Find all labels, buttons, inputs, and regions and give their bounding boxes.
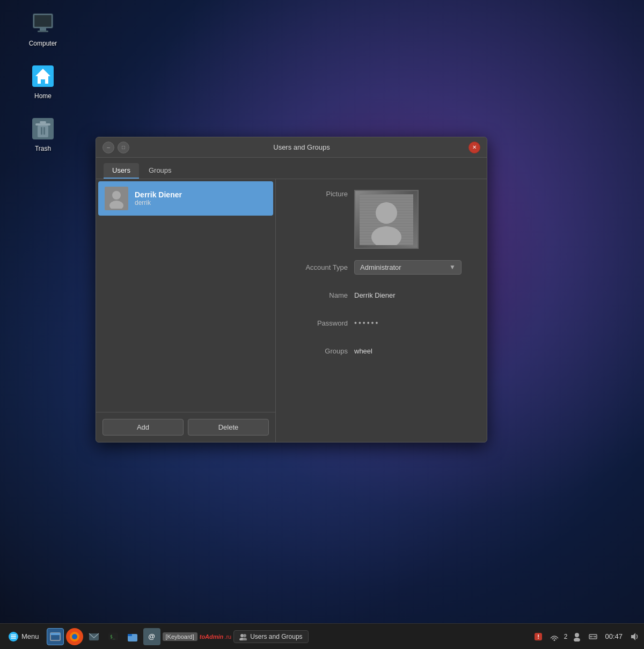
taskbar-menu-button[interactable]: Menu	[3, 630, 45, 644]
menu-icon	[9, 632, 18, 641]
name-label: Name	[289, 291, 348, 299]
account-type-dropdown[interactable]: Administrator ▼	[354, 260, 462, 275]
password-row: Password ••••••	[289, 313, 474, 333]
svg-point-43	[590, 636, 592, 637]
svg-rect-8	[35, 123, 50, 126]
tray-clock[interactable]: 00:47	[603, 632, 625, 640]
svg-rect-21	[11, 636, 16, 637]
svg-marker-45	[631, 633, 635, 640]
user-info: Derrik Diener derrik	[135, 190, 182, 206]
svg-text:!: !	[537, 633, 539, 640]
password-label: Password	[289, 319, 348, 327]
user-actions: Add Delete	[96, 412, 275, 442]
add-user-button[interactable]: Add	[103, 419, 184, 436]
taskbar-calendar-icon[interactable]: @	[143, 628, 160, 645]
trash-icon-label: Trash	[35, 145, 51, 152]
window-controls: ✕	[469, 142, 480, 153]
taskbar-firefox-icon[interactable]	[66, 628, 83, 645]
tab-bar: Users Groups	[96, 158, 487, 179]
desktop-icon-trash[interactable]: Trash	[21, 116, 64, 152]
tray-connections-icon[interactable]	[587, 630, 599, 643]
taskbar-window-manager-icon[interactable]	[47, 628, 64, 645]
active-window-title: Users and Groups	[250, 633, 302, 640]
minimize-button[interactable]: –	[103, 142, 114, 153]
users-panel: Derrik Diener derrik Add Delete	[96, 179, 276, 442]
svg-point-33	[243, 634, 246, 637]
desktop: Computer Home	[0, 0, 644, 649]
tray-network-icon[interactable]	[548, 630, 561, 643]
computer-icon	[30, 11, 56, 36]
password-value[interactable]: ••••••	[354, 319, 379, 327]
keyboard-label[interactable]: [Keyboard]	[163, 632, 197, 641]
taskbar: Menu $_	[0, 623, 644, 649]
svg-point-13	[109, 201, 123, 209]
computer-icon-label: Computer	[29, 40, 57, 47]
tray-user-icon[interactable]	[570, 630, 583, 643]
tab-users[interactable]: Users	[104, 163, 139, 179]
svg-rect-2	[40, 28, 46, 31]
trash-icon	[30, 116, 56, 142]
maximize-button[interactable]: □	[118, 142, 129, 153]
svg-rect-10	[41, 127, 42, 135]
svg-point-17	[376, 202, 397, 224]
users-groups-taskbar-icon	[239, 633, 247, 640]
picture-label: Picture	[289, 190, 348, 198]
user-item-derrik[interactable]: Derrik Diener derrik	[98, 181, 273, 216]
main-area: Derrik Diener derrik Add Delete	[96, 179, 487, 442]
svg-point-39	[575, 633, 579, 637]
groups-label: Groups	[289, 347, 348, 355]
taskbar-files-icon[interactable]	[124, 628, 141, 645]
desktop-icon-home[interactable]: Home	[21, 63, 64, 100]
svg-text:$_: $_	[110, 635, 115, 639]
svg-rect-1	[34, 15, 52, 27]
taskbar-users-groups-label[interactable]: Users and Groups	[233, 630, 308, 643]
tray-volume-icon[interactable]	[628, 630, 641, 643]
to-admin-label: toAdmin	[200, 633, 224, 640]
desktop-icons: Computer Home	[21, 11, 64, 152]
details-panel: Picture	[276, 179, 487, 442]
tray-warning-icon[interactable]: !	[532, 630, 545, 643]
window-content: Users Groups	[96, 158, 487, 442]
user-avatar	[105, 187, 128, 210]
picture-row: Picture	[289, 190, 474, 249]
user-picture-preview[interactable]	[354, 190, 419, 249]
close-button[interactable]: ✕	[469, 142, 480, 153]
svg-rect-7	[38, 126, 48, 137]
svg-rect-11	[43, 127, 45, 135]
dropdown-arrow-icon: ▼	[449, 263, 456, 271]
groups-row: Groups wheel	[289, 341, 474, 360]
user-login: derrik	[135, 199, 182, 206]
system-tray: ! 2	[532, 630, 641, 643]
home-icon-label: Home	[34, 92, 52, 100]
tab-groups[interactable]: Groups	[140, 163, 180, 179]
window-title: Users and Groups	[135, 143, 469, 151]
svg-point-12	[112, 191, 121, 200]
svg-point-40	[574, 638, 580, 641]
user-list: Derrik Diener derrik	[96, 179, 275, 412]
home-icon	[30, 63, 56, 89]
account-type-row: Account Type Administrator ▼	[289, 257, 474, 277]
name-row: Name Derrik Diener	[289, 285, 474, 305]
svg-rect-22	[11, 638, 16, 639]
tray-count: 2	[564, 633, 568, 640]
svg-rect-20	[11, 635, 16, 636]
svg-rect-31	[128, 634, 132, 636]
account-type-label: Account Type	[289, 263, 348, 271]
taskbar-terminal-icon[interactable]: $_	[105, 628, 122, 645]
taskbar-mail-icon[interactable]	[85, 628, 103, 645]
dot-ru-label: .ru	[224, 633, 231, 640]
taskbar-active-area: toAdmin .ru	[200, 633, 231, 640]
account-type-value: Administrator	[360, 263, 401, 271]
svg-point-26	[72, 634, 77, 639]
users-and-groups-window: – □ Users and Groups ✕ Users Groups	[96, 137, 487, 442]
svg-rect-24	[50, 633, 60, 635]
user-display-name: Derrik Diener	[135, 190, 182, 199]
menu-label: Menu	[21, 632, 39, 640]
delete-user-button[interactable]: Delete	[188, 419, 269, 436]
svg-rect-3	[38, 31, 48, 32]
desktop-icon-computer[interactable]: Computer	[21, 11, 64, 47]
groups-value: wheel	[354, 347, 372, 355]
window-titlebar: – □ Users and Groups ✕	[96, 137, 487, 158]
name-value: Derrik Diener	[354, 291, 396, 299]
svg-point-38	[553, 639, 555, 641]
